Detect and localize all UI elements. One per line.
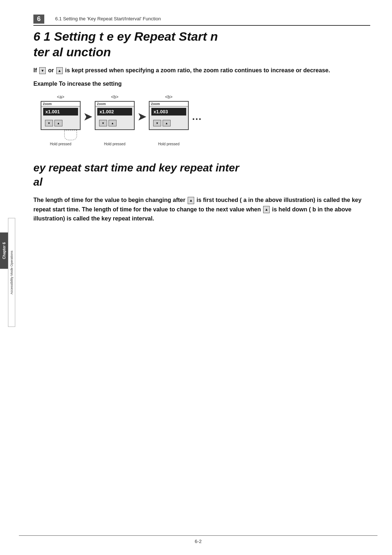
up-icon-inline-1: ▲: [188, 197, 194, 204]
label-above-1: <a>: [57, 94, 65, 100]
down-button-icon: ▼: [39, 67, 46, 74]
finger-dashed-1: [64, 130, 77, 140]
section2-heading: ey repeat start time and key repeat inte…: [33, 161, 370, 189]
section-title: 6 1 Setting t e ey Repeat Start n ter al…: [33, 29, 370, 60]
diagram-item-3: <b> Zoom x1.003 Hold pressed: [149, 94, 189, 146]
arrow-2: ➤: [138, 111, 146, 123]
arrow-1: ➤: [83, 111, 92, 123]
chapter-number-box: 6: [33, 15, 44, 24]
lcd-value-3: x1.003: [151, 108, 186, 116]
lcd-buttons-3: [151, 119, 172, 127]
lcd-up-btn-3: [163, 120, 171, 126]
lcd-down-btn-3: [153, 120, 161, 126]
lcd-up-btn-1: [54, 120, 62, 126]
main-content: 6 6.1 Setting the 'Key Repeat Start/Inte…: [19, 0, 392, 555]
lcd-value-1: x1.001: [43, 108, 78, 116]
lcd-up-btn-2: [109, 120, 117, 126]
hold-pressed-3: Hold pressed: [158, 142, 180, 146]
chapter-tab-label: Chapter 6: [2, 242, 6, 259]
lcd-screen-2: Zoom x1.002: [95, 101, 135, 130]
section2-heading-line2: al: [33, 175, 370, 189]
title-line2: ter al unction: [33, 44, 370, 60]
up-button-icon: ▲: [56, 67, 63, 74]
footer-page-number: 6-2: [195, 539, 202, 544]
diagram-area: <a> Zoom x1.001 Hold pressed ➤: [33, 94, 370, 146]
sidebar: Chapter 6 Accessibility Mode Operations: [0, 0, 19, 555]
section2-heading-line1: ey repeat start time and key repeat inte…: [33, 161, 370, 175]
page-container: Chapter 6 Accessibility Mode Operations …: [0, 0, 392, 555]
intro-paragraph: If ▼ or ▲ is kept pressed when specifyin…: [33, 66, 370, 75]
lcd-title-2: Zoom: [95, 102, 134, 106]
lcd-screen-1: Zoom x1.001: [41, 101, 81, 130]
lcd-buttons-1: [43, 119, 64, 127]
header-row: 6 6.1 Setting the 'Key Repeat Start/Inte…: [33, 15, 370, 26]
lcd-title-3: Zoom: [150, 102, 188, 106]
diagram-item-2: <b> Zoom x1.002 Hold pressed: [95, 94, 135, 146]
lcd-down-btn-1: [45, 120, 53, 126]
lcd-screen-3: Zoom x1.003: [149, 101, 189, 130]
up-icon-inline-2: ▲: [263, 206, 270, 213]
lcd-value-2: x1.002: [97, 108, 132, 116]
footer-line: [19, 535, 377, 536]
body-paragraph: The length of time for the value to begi…: [33, 195, 370, 223]
finger-area-1: [41, 130, 81, 141]
ref-b: b: [311, 206, 318, 212]
lcd-down-btn-2: [99, 120, 107, 126]
hold-pressed-1: Hold pressed: [50, 142, 72, 146]
header-subtitle: 6.1 Setting the 'Key Repeat Start/Interv…: [55, 15, 161, 21]
lcd-buttons-2: [97, 119, 118, 127]
ellipsis: …: [192, 111, 202, 122]
lcd-title-1: Zoom: [41, 102, 80, 106]
label-above-2: <b>: [111, 94, 119, 100]
title-line1: 6 1 Setting t e ey Repeat Start n: [33, 29, 370, 44]
diagram-item-1: <a> Zoom x1.001 Hold pressed: [41, 94, 81, 146]
footer: 6-2: [19, 535, 377, 544]
example-heading: Example To increase the setting: [33, 81, 370, 87]
label-above-3: <b>: [165, 94, 173, 100]
accessibility-tab-label: Accessibility Mode Operations: [10, 251, 13, 295]
ref-a: a: [242, 197, 248, 203]
hold-pressed-2: Hold pressed: [104, 142, 126, 146]
